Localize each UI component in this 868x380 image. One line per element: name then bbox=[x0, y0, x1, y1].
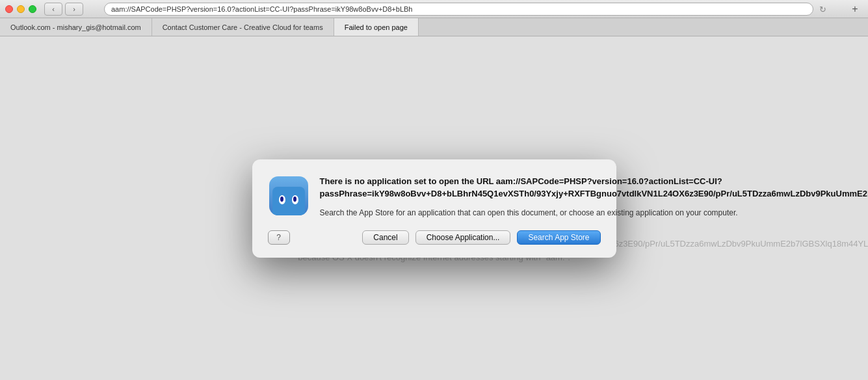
tab-1[interactable]: Contact Customer Care - Creative Cloud f… bbox=[152, 18, 334, 36]
nav-buttons: ‹ › bbox=[44, 3, 83, 16]
finder-icon bbox=[269, 176, 308, 215]
tab-spacer bbox=[419, 18, 868, 36]
tab-2[interactable]: Failed to open page bbox=[334, 18, 419, 36]
finder-eye-left bbox=[279, 195, 285, 204]
tab-1-label: Contact Customer Care - Creative Cloud f… bbox=[163, 23, 323, 31]
tab-0-label: Outlook.com - mishary_gis@hotmail.com bbox=[10, 23, 141, 31]
close-button[interactable] bbox=[5, 5, 13, 13]
address-bar[interactable]: aam://SAPCode=PHSP?version=16.0?actionLi… bbox=[104, 3, 813, 16]
dialog-main-text: There is no application set to open the … bbox=[320, 175, 869, 200]
dialog-text: There is no application set to open the … bbox=[320, 175, 869, 219]
url-text: aam://SAPCode=PHSP?version=16.0?actionLi… bbox=[111, 5, 413, 13]
search-app-store-button[interactable]: Search App Store bbox=[517, 230, 600, 245]
finder-eye-right bbox=[292, 195, 298, 204]
reload-button[interactable]: ↻ bbox=[816, 3, 829, 16]
finder-face bbox=[272, 187, 305, 215]
finder-eyes bbox=[279, 195, 298, 204]
choose-application-button[interactable]: Choose Application... bbox=[415, 230, 511, 245]
back-button[interactable]: ‹ bbox=[44, 3, 62, 16]
help-button[interactable]: ? bbox=[268, 230, 290, 245]
tab-0[interactable]: Outlook.com - mishary_gis@hotmail.com bbox=[0, 18, 152, 36]
minimize-button[interactable] bbox=[17, 5, 25, 13]
modal-overlay: There is no application set to open the … bbox=[0, 36, 868, 380]
new-tab-button[interactable]: + bbox=[848, 3, 861, 15]
traffic-lights bbox=[5, 5, 36, 13]
forward-button[interactable]: › bbox=[65, 3, 83, 16]
browser-content: Safari can't open the specified address.… bbox=[0, 36, 868, 380]
tabs-row: Outlook.com - mishary_gis@hotmail.com Co… bbox=[0, 18, 868, 36]
dialog-content: There is no application set to open the … bbox=[268, 175, 601, 219]
dialog-icon bbox=[268, 175, 309, 217]
dialog-buttons: ? Cancel Choose Application... Search Ap… bbox=[268, 230, 601, 245]
tab-2-label: Failed to open page bbox=[345, 23, 408, 31]
dialog: There is no application set to open the … bbox=[252, 159, 616, 258]
address-bar-wrap: aam://SAPCode=PHSP?version=16.0?actionLi… bbox=[104, 3, 829, 16]
cancel-button[interactable]: Cancel bbox=[362, 230, 408, 245]
title-bar: ‹ › ⠿ aam://SAPCode=PHSP?version=16.0?ac… bbox=[0, 0, 868, 18]
dialog-sub-text: Search the App Store for an application … bbox=[320, 207, 869, 219]
maximize-button[interactable] bbox=[29, 5, 36, 13]
